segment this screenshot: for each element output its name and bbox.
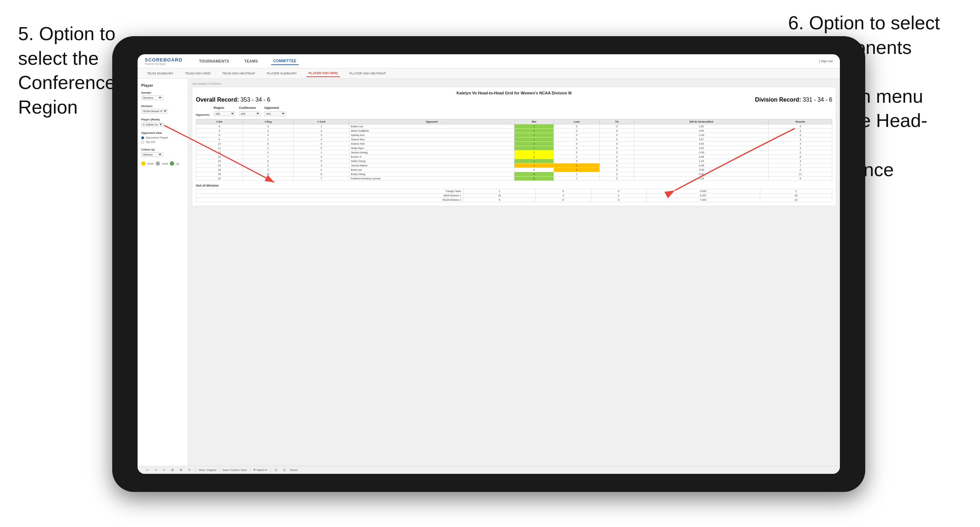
color-legend: Down Level Up: [141, 161, 184, 166]
th-reg: # Reg: [243, 119, 293, 124]
toolbar-undo[interactable]: ↩: [145, 468, 150, 472]
table-row: 13 1 1 Jessica Huang 1 0 0 -3.00 2: [196, 151, 832, 155]
ood-table-row: NAIA Division 1 15 0 0 9.267 30: [196, 194, 832, 198]
sidebar-opponent-view-section: Opponent view Opponents Played Top 100: [141, 131, 184, 144]
out-of-division-table: Foreign Team 1 0 0 4.500 2 NAIA Division…: [196, 189, 832, 202]
division-record: Division Record: 331 - 34 - 6: [755, 97, 832, 103]
color-level-dot: [156, 161, 160, 166]
sidebar-gender-section: Gender Women's Men's: [141, 91, 184, 100]
th-diff: Diff Av Strokes/Rnd: [634, 119, 768, 124]
sidebar-colour-by-section: Colour by Win/loss: [141, 148, 184, 157]
th-win: Win: [514, 119, 554, 124]
radio-unselected-icon: [141, 141, 144, 144]
toolbar-divider-2: [219, 468, 220, 472]
content-area: Last Updated: 27/03/2024 Katelyn Vo Head…: [188, 79, 840, 466]
conference-filter-select[interactable]: (All): [239, 111, 261, 116]
division-select[interactable]: NCAA Division III: [141, 109, 168, 114]
toolbar-chain[interactable]: ⛓: [178, 468, 184, 472]
toolbar-save-custom[interactable]: Save Custom View: [222, 468, 247, 471]
table-row: 9 1 4 Sharon Mun 1 0 0 3.67 3: [196, 137, 832, 142]
table-row: 16 2 3 Jessica Mason 1 2 0 -0.94 7: [196, 163, 832, 168]
toolbar-divider-4: [270, 468, 270, 472]
subnav-player-h2h-grid[interactable]: PLAYER H2H GRID: [306, 70, 340, 77]
report-title: Katelyn Vo Head-to-Head Grid for Women's…: [196, 91, 832, 95]
ood-table-row: NCAA Division 2 5 0 0 7.400 10: [196, 198, 832, 202]
overall-record: Overall Record: 353 - 34 - 6: [196, 97, 270, 103]
toolbar-clip-2[interactable]: ⊡: [282, 468, 287, 472]
radio-opponents-played[interactable]: Opponents Played: [141, 136, 184, 139]
table-row: 10 6 3 Andrea York 2 0 0 4.00 4: [196, 142, 832, 146]
th-div: # Div: [196, 119, 243, 124]
toolbar-watch[interactable]: 👁 Watch ▾: [253, 468, 267, 471]
toolbar-view-original[interactable]: View: Original: [198, 468, 216, 471]
sidebar: Player Gender Women's Men's Division NCA…: [138, 79, 188, 466]
region-filter-group: Region (All): [213, 106, 235, 116]
player-rank-select[interactable]: 8. Katelyn Vo: [141, 122, 164, 127]
toolbar-clip-1[interactable]: ⊡: [273, 468, 279, 472]
filters-section: Opponents: Region (All) Conference (All): [196, 106, 832, 116]
th-loss: Loss: [554, 119, 600, 124]
toolbar-divider-1: [195, 468, 196, 472]
toolbar-share[interactable]: Share: [290, 468, 298, 471]
table-row: 11 2 5 Heejo Hyun 1 0 0 3.33 3: [196, 146, 832, 151]
main-content: Player Gender Women's Men's Division NCA…: [138, 79, 840, 466]
table-row: 15 8 5 Stella Cheng 1 0 0 1.25 4: [196, 159, 832, 163]
subnav-player-h2h-heatmap[interactable]: PLAYER H2H HEATMAP: [347, 70, 388, 77]
records-row: Overall Record: 353 - 34 - 6 Division Re…: [196, 97, 832, 103]
toolbar-divider-3: [250, 468, 250, 472]
radio-selected-icon: [141, 137, 144, 139]
logo: SCOREBOARD Powered by clippd: [145, 57, 183, 65]
ood-table-row: Foreign Team 1 0 0 4.500 2: [196, 189, 832, 194]
top-nav: SCOREBOARD Powered by clippd TOURNAMENTS…: [138, 54, 840, 68]
subnav-player-summary[interactable]: PLAYER SUMMARY: [265, 70, 299, 77]
tablet-device: SCOREBOARD Powered by clippd TOURNAMENTS…: [112, 36, 865, 492]
sidebar-player-rank-section: Player (Rank) 8. Katelyn Vo: [141, 118, 184, 127]
th-tie: Tie: [600, 119, 634, 124]
toolbar-undo-2[interactable]: ↩: [161, 468, 167, 472]
toolbar-redo-1[interactable]: ↪: [153, 468, 159, 472]
color-down-dot: [141, 161, 146, 166]
toolbar-grid[interactable]: ⊞: [170, 468, 175, 472]
radio-top100[interactable]: Top 100: [141, 140, 184, 144]
table-row: 20 11 7 Federica Domecq Lacroze 2 1 0 1.…: [196, 176, 832, 181]
table-row: 5 2 2 Alexis Sudjianto 1 0 0 4.00 3: [196, 129, 832, 133]
nav-teams[interactable]: TEAMS: [242, 58, 260, 65]
colour-by-select[interactable]: Win/loss: [141, 152, 163, 157]
sub-nav: TEAM SUMMARY TEAM H2H GRID TEAM H2H HEAT…: [138, 68, 840, 79]
th-conf: # Conf: [294, 119, 349, 124]
th-rounds: Rounds: [768, 119, 832, 124]
opponent-view-radio-group: Opponents Played Top 100: [141, 136, 184, 144]
table-row: 6 3 3 Sydney Kuo 1 0 0 -1.00 3: [196, 133, 832, 137]
table-row: 3 3 1 Esther Lee 1 0 0 1.50 4: [196, 124, 832, 129]
bottom-toolbar: ↩ ↪ ↩ ⊞ ⛓ ↻ View: Original Save Custom V…: [138, 466, 840, 474]
main-data-table: # Div # Reg # Conf Opponent Win Loss Tie…: [196, 119, 832, 181]
gender-select[interactable]: Women's Men's: [141, 95, 163, 100]
table-row: 19 10 6 Emily Chang 4 1 0 0.30 11: [196, 172, 832, 176]
subnav-team-h2h-grid[interactable]: TEAM H2H GRID: [183, 70, 213, 77]
nav-tournaments[interactable]: TOURNAMENTS: [197, 58, 231, 65]
color-up-dot: [170, 161, 174, 166]
out-of-division-header: Out of division: [196, 184, 832, 187]
sign-out-link[interactable]: | Sign out: [819, 59, 833, 63]
opponent-filter-group: Opponent (All): [264, 106, 286, 116]
nav-committee[interactable]: COMMITTEE: [271, 57, 299, 65]
table-row: 18 2 2 Euna Lee 0 2 0 -5.00 2: [196, 168, 832, 172]
last-updated-text: Last Updated: 27/03/2024: [192, 83, 836, 85]
tablet-screen: SCOREBOARD Powered by clippd TOURNAMENTS…: [138, 54, 840, 474]
subnav-team-summary[interactable]: TEAM SUMMARY: [145, 70, 176, 77]
conference-filter-group: Conference (All): [239, 106, 261, 116]
th-opponent: Opponent: [349, 119, 514, 124]
table-row: 14 7 4 Eunice Yi 2 2 0 0.38 9: [196, 155, 832, 159]
sidebar-division-section: Division NCAA Division III: [141, 105, 184, 114]
report-card: Katelyn Vo Head-to-Head Grid for Women's…: [192, 87, 836, 206]
toolbar-refresh[interactable]: ↻: [187, 468, 192, 472]
opponent-filter-select[interactable]: (All): [264, 111, 286, 116]
subnav-team-h2h-heatmap[interactable]: TEAM H2H HEATMAP: [220, 70, 258, 77]
region-filter-select[interactable]: (All): [213, 111, 235, 116]
